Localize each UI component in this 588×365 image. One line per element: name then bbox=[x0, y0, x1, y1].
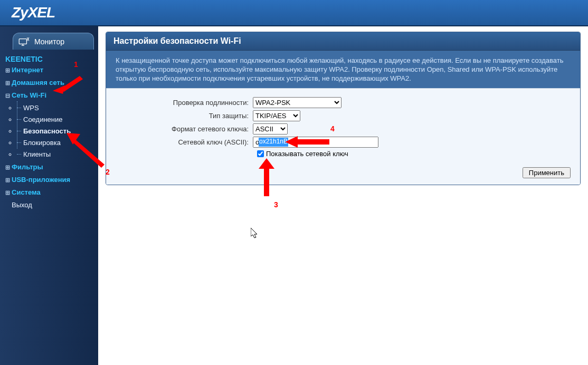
protection-select[interactable]: TKIP/AES bbox=[253, 110, 300, 121]
arrow-3-icon bbox=[253, 158, 280, 199]
svg-marker-11 bbox=[297, 139, 329, 145]
annotation-2: 2 bbox=[106, 168, 110, 176]
nav-internet[interactable]: ⊞Интернет bbox=[5, 64, 96, 76]
show-key-label: Показывать сетевой ключ bbox=[266, 150, 348, 158]
annotation-1: 1 bbox=[74, 60, 78, 69]
apply-button[interactable]: Применить bbox=[523, 167, 571, 178]
logo: ZyXEL bbox=[12, 4, 55, 21]
annotation-4: 4 bbox=[330, 124, 335, 133]
sidebar-root-title: KEENETIC bbox=[5, 55, 96, 63]
panel-info: К незащищенной точке доступа может подкл… bbox=[106, 51, 580, 88]
svg-marker-6 bbox=[53, 85, 65, 94]
arrow-2-icon bbox=[67, 130, 109, 168]
nav-exit[interactable]: Выход bbox=[12, 199, 96, 211]
svg-rect-0 bbox=[19, 39, 26, 44]
svg-marker-7 bbox=[72, 138, 105, 168]
svg-marker-9 bbox=[264, 168, 269, 196]
keyformat-select[interactable]: ASCII bbox=[253, 123, 288, 135]
svg-marker-13 bbox=[251, 228, 257, 238]
svg-marker-5 bbox=[61, 76, 83, 92]
arrow-1-icon bbox=[50, 76, 86, 94]
auth-label: Проверка подлинности: bbox=[116, 99, 253, 107]
mouse-cursor-icon bbox=[251, 228, 258, 238]
auth-select[interactable]: WPA2-PSK bbox=[253, 97, 342, 108]
top-bar: ZyXEL bbox=[0, 0, 588, 26]
nav-wifi-wps[interactable]: WPS bbox=[17, 102, 96, 114]
panel: Настройки безопасности Wi-Fi К незащищен… bbox=[106, 32, 581, 185]
nav-system[interactable]: ⊞Система bbox=[5, 187, 96, 198]
nav-usb[interactable]: ⊞USB-приложения bbox=[5, 174, 96, 186]
monitor-tab[interactable]: Монитор bbox=[13, 33, 94, 50]
nav-wifi-connection[interactable]: Соединение bbox=[17, 114, 96, 126]
panel-body: Проверка подлинности: WPA2-PSK Тип защит… bbox=[106, 88, 580, 185]
svg-marker-10 bbox=[259, 158, 274, 169]
svg-marker-12 bbox=[285, 136, 298, 148]
annotation-3: 3 bbox=[274, 200, 278, 209]
panel-title: Настройки безопасности Wi-Fi bbox=[106, 32, 580, 51]
prot-label: Тип защиты: bbox=[116, 112, 253, 120]
monitor-icon bbox=[18, 37, 30, 46]
monitor-label: Монитор bbox=[34, 37, 64, 46]
arrow-4-icon bbox=[285, 136, 330, 148]
keyfmt-label: Формат сетевого ключа: bbox=[116, 125, 253, 133]
main-content: Настройки безопасности Wi-Fi К незащищен… bbox=[98, 26, 588, 365]
key-label: Сетевой ключ (ASCII): bbox=[116, 138, 253, 146]
show-key-checkbox[interactable] bbox=[257, 150, 264, 157]
